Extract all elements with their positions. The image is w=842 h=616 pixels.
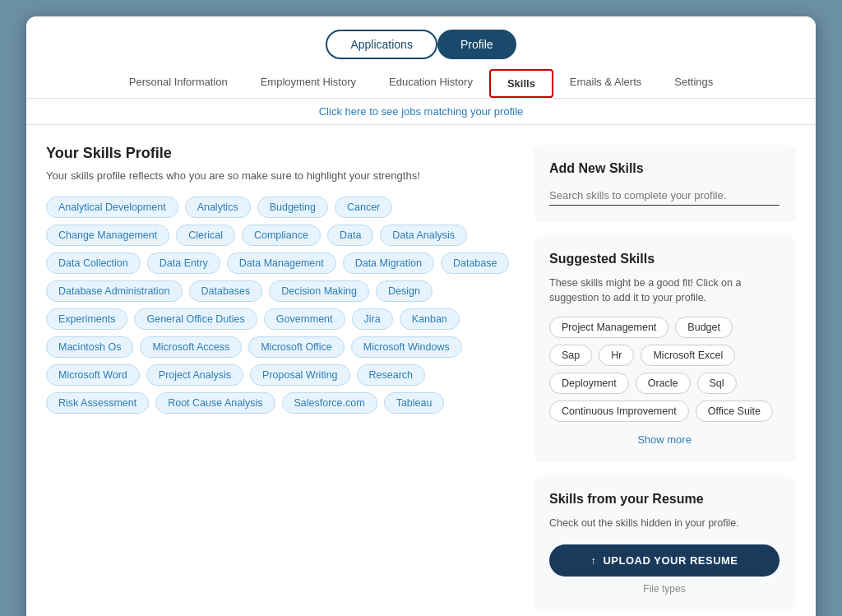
suggested-skill-tag[interactable]: Project Management bbox=[549, 317, 669, 338]
skills-profile-description: Your skills profile reflects who you are… bbox=[46, 169, 516, 183]
app-container: Applications Profile Personal Informatio… bbox=[26, 16, 816, 616]
left-panel: Your Skills Profile Your skills profile … bbox=[46, 145, 516, 611]
skill-tag[interactable]: Proposal Writing bbox=[250, 364, 349, 386]
skill-tag[interactable]: Government bbox=[264, 308, 345, 330]
skill-tag[interactable]: Microsoft Windows bbox=[351, 336, 462, 358]
add-skills-title: Add New Skills bbox=[549, 161, 780, 176]
skill-tag[interactable]: Databases bbox=[189, 280, 263, 302]
skill-tag[interactable]: Budgeting bbox=[257, 197, 328, 218]
skill-tag[interactable]: Microsoft Access bbox=[140, 336, 242, 358]
skill-tag[interactable]: Clerical bbox=[176, 225, 235, 246]
suggested-skill-tag[interactable]: Hr bbox=[599, 345, 634, 366]
sub-nav-emails-alerts[interactable]: Emails & Alerts bbox=[553, 69, 658, 98]
right-panel: Add New Skills Suggested Skills These sk… bbox=[533, 145, 796, 611]
skill-tag[interactable]: General Office Duties bbox=[134, 308, 257, 330]
tab-profile[interactable]: Profile bbox=[437, 30, 516, 59]
suggested-skills-card: Suggested Skills These skills might be a… bbox=[533, 235, 796, 462]
skill-tag[interactable]: Data Entry bbox=[147, 252, 220, 274]
skill-tag[interactable]: Analytics bbox=[185, 197, 251, 218]
skills-profile-title: Your Skills Profile bbox=[46, 145, 516, 162]
skill-tag[interactable]: Research bbox=[357, 364, 426, 386]
suggested-skill-tag[interactable]: Sql bbox=[697, 373, 737, 394]
upload-icon: ↑ bbox=[590, 554, 596, 567]
skill-tag[interactable]: Risk Assessment bbox=[46, 392, 149, 414]
resume-skills-description: Check out the skills hidden in your prof… bbox=[549, 516, 780, 531]
suggested-skill-tag[interactable]: Microsoft Excel bbox=[641, 345, 735, 366]
skill-tag[interactable]: Decision Making bbox=[269, 280, 369, 302]
main-content: Your Skills Profile Your skills profile … bbox=[26, 125, 816, 616]
skill-tag[interactable]: Cancer bbox=[335, 197, 392, 218]
search-skills-input[interactable] bbox=[549, 186, 780, 206]
skill-tag[interactable]: Microsoft Office bbox=[248, 336, 345, 358]
skill-tag[interactable]: Macintosh Os bbox=[46, 336, 133, 358]
suggested-skill-tag[interactable]: Deployment bbox=[549, 373, 629, 394]
skill-tag[interactable]: Compliance bbox=[242, 225, 321, 246]
skill-tag[interactable]: Database Administration bbox=[46, 280, 183, 302]
file-types-label: File types bbox=[549, 583, 780, 595]
suggested-skill-tag[interactable]: Oracle bbox=[636, 373, 691, 394]
profile-match-link[interactable]: Click here to see jobs matching your pro… bbox=[26, 99, 816, 125]
add-skills-card: Add New Skills bbox=[533, 145, 796, 222]
suggested-tags-container: Project ManagementBudgetSapHrMicrosoft E… bbox=[549, 317, 780, 422]
skill-tag[interactable]: Data Management bbox=[227, 252, 336, 274]
skill-tag[interactable]: Tableau bbox=[384, 392, 445, 414]
skill-tag[interactable]: Kanban bbox=[400, 308, 460, 330]
suggested-skill-tag[interactable]: Budget bbox=[675, 317, 733, 338]
skill-tag[interactable]: Microsoft Word bbox=[46, 364, 140, 386]
sub-nav-personal-information[interactable]: Personal Information bbox=[113, 69, 244, 98]
skill-tag[interactable]: Salesforce.com bbox=[282, 392, 377, 414]
sub-nav: Personal Information Employment History … bbox=[26, 59, 816, 99]
skill-tag[interactable]: Data bbox=[327, 225, 373, 246]
sub-nav-skills[interactable]: Skills bbox=[489, 69, 553, 98]
suggested-skills-description: These skills might be a good fit! Click … bbox=[549, 276, 780, 305]
suggested-skill-tag[interactable]: Office Suite bbox=[696, 401, 773, 422]
skill-tag[interactable]: Data Collection bbox=[46, 252, 141, 274]
sub-nav-employment-history[interactable]: Employment History bbox=[244, 69, 372, 98]
skill-tag[interactable]: Experiments bbox=[46, 308, 127, 330]
skill-tag[interactable]: Database bbox=[441, 252, 510, 274]
tab-applications[interactable]: Applications bbox=[326, 30, 437, 59]
skill-tag[interactable]: Design bbox=[376, 280, 433, 302]
upload-resume-label: UPLOAD YOUR RESUME bbox=[603, 554, 738, 567]
sub-nav-education-history[interactable]: Education History bbox=[372, 69, 489, 98]
skill-tag[interactable]: Data Migration bbox=[343, 252, 434, 274]
top-nav: Applications Profile bbox=[26, 16, 816, 59]
resume-skills-title: Skills from your Resume bbox=[549, 492, 780, 507]
skill-tag[interactable]: Jira bbox=[352, 308, 393, 330]
suggested-skill-tag[interactable]: Continuous Improvement bbox=[549, 401, 689, 422]
suggested-skill-tag[interactable]: Sap bbox=[549, 345, 592, 366]
sub-nav-settings[interactable]: Settings bbox=[658, 69, 729, 98]
skill-tag[interactable]: Analytical Development bbox=[46, 197, 178, 218]
show-more-button[interactable]: Show more bbox=[549, 430, 780, 446]
skills-tags-container: Analytical DevelopmentAnalyticsBudgeting… bbox=[46, 197, 516, 414]
resume-skills-card: Skills from your Resume Check out the sk… bbox=[533, 475, 796, 611]
skill-tag[interactable]: Root Cause Analysis bbox=[155, 392, 275, 414]
upload-resume-button[interactable]: ↑ UPLOAD YOUR RESUME bbox=[549, 544, 780, 577]
suggested-skills-title: Suggested Skills bbox=[549, 252, 780, 266]
skill-tag[interactable]: Data Analysis bbox=[380, 225, 467, 246]
skill-tag[interactable]: Change Management bbox=[46, 225, 169, 246]
skill-tag[interactable]: Project Analysis bbox=[146, 364, 243, 386]
